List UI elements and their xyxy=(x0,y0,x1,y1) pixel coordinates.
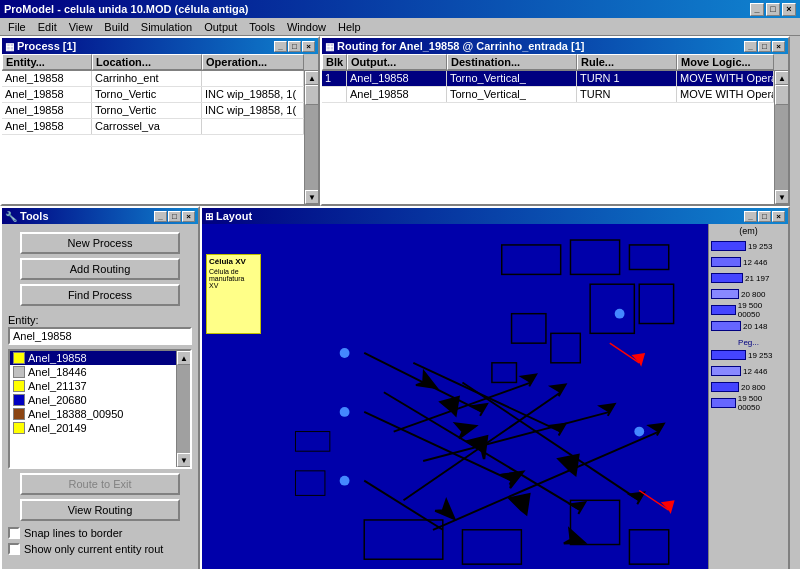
routing-col-output[interactable]: Output... xyxy=(347,54,447,70)
routing-row-1[interactable]: Anel_19858 Torno_Vertical_ TURN MOVE WIT… xyxy=(322,87,774,103)
process-row-1[interactable]: Anel_19858 Torno_Vertic INC wip_19858, 1… xyxy=(2,87,304,103)
entity-item-5[interactable]: Anel_20149 xyxy=(10,421,190,435)
entity-dot-3 xyxy=(340,476,350,486)
process-row-3[interactable]: Anel_19858 Carrossel_va xyxy=(2,119,304,135)
process-row-2-op: INC wip_19858, 1( xyxy=(202,103,304,118)
legend-val-1: 12 446 xyxy=(743,258,767,267)
new-process-button[interactable]: New Process xyxy=(20,232,180,254)
routing-col-move[interactable]: Move Logic... xyxy=(677,54,774,70)
entity-name-2: Anel_21137 xyxy=(28,380,87,392)
app-maximize-button[interactable]: □ xyxy=(766,3,780,16)
view-routing-button[interactable]: View Routing xyxy=(20,499,180,521)
entity-name-1: Anel_18446 xyxy=(28,366,87,378)
svg-marker-2 xyxy=(435,500,460,525)
process-col-entity[interactable]: Entity... xyxy=(2,54,92,70)
entity-dot-1 xyxy=(340,348,350,358)
entity-item-3[interactable]: Anel_20680 xyxy=(10,393,190,407)
routing-row-0[interactable]: 1 Anel_19858 Torno_Vertical_ TURN 1 MOVE… xyxy=(322,71,774,87)
routing-col-rule[interactable]: Rule... xyxy=(577,54,677,70)
menu-simulation[interactable]: Simulation xyxy=(135,20,198,34)
process-row-0[interactable]: Anel_19858 Carrinho_ent xyxy=(2,71,304,87)
process-close[interactable]: × xyxy=(302,41,315,52)
route-to-exit-button[interactable]: Route to Exit xyxy=(20,473,180,495)
entity-icon-4 xyxy=(13,408,25,420)
entity-list[interactable]: Anel_19858 Anel_18446 Anel_21137 Anel_20… xyxy=(8,349,192,469)
process-table-header: Entity... Location... Operation... xyxy=(2,54,318,71)
entity-item-2[interactable]: Anel_21137 xyxy=(10,379,190,393)
legend-bar-7 xyxy=(711,366,741,376)
find-process-button[interactable]: Find Process xyxy=(20,284,180,306)
process-col-location[interactable]: Location... xyxy=(92,54,202,70)
routing-row-1-rule: TURN xyxy=(577,87,677,102)
process-col-operation[interactable]: Operation... xyxy=(202,54,304,70)
tools-close[interactable]: × xyxy=(182,211,195,222)
menu-tools[interactable]: Tools xyxy=(243,20,281,34)
machine-6 xyxy=(512,314,546,343)
menu-output[interactable]: Output xyxy=(198,20,243,34)
entity-item-4[interactable]: Anel_18388_00950 xyxy=(10,407,190,421)
legend-val-7: 12 446 xyxy=(743,367,767,376)
legend-bar-8 xyxy=(711,382,739,392)
add-routing-button[interactable]: Add Routing xyxy=(20,258,180,280)
layout-close[interactable]: × xyxy=(772,211,785,222)
layout-maximize[interactable]: □ xyxy=(758,211,771,222)
machine-bottom-1 xyxy=(364,520,443,559)
menu-build[interactable]: Build xyxy=(98,20,134,34)
postit-note: Célula XV Célula demanufaturaXV xyxy=(206,254,261,334)
entity-list-scrollbar[interactable]: ▲ ▼ xyxy=(176,351,190,467)
entity-item-1[interactable]: Anel_18446 xyxy=(10,365,190,379)
process-scroll-down[interactable]: ▼ xyxy=(305,190,318,204)
process-maximize[interactable]: □ xyxy=(288,41,301,52)
process-row-3-op xyxy=(202,119,304,134)
show-entity-checkbox[interactable] xyxy=(8,543,20,555)
legend-item-7: 12 446 xyxy=(711,363,786,379)
legend-val-3: 20 800 xyxy=(741,290,765,299)
menu-file[interactable]: File xyxy=(2,20,32,34)
routing-col-blk[interactable]: Blk xyxy=(322,54,347,70)
menu-help[interactable]: Help xyxy=(332,20,367,34)
routing-close[interactable]: × xyxy=(772,41,785,52)
legend-val-4: 19 500 00050 xyxy=(738,301,786,319)
routing-scrollbar[interactable]: ▲ ▼ xyxy=(774,71,788,204)
process-scroll-up[interactable]: ▲ xyxy=(305,71,318,85)
tools-window: 🔧 Tools _ □ × New Process Add Routing Fi… xyxy=(0,206,200,569)
app-minimize-button[interactable]: _ xyxy=(750,3,764,16)
tools-maximize[interactable]: □ xyxy=(168,211,181,222)
menu-bar: File Edit View Build Simulation Output T… xyxy=(0,18,800,36)
svg-line-26 xyxy=(639,490,668,510)
layout-window: ⊞ Layout _ □ × Célula XV Célula demanufa… xyxy=(200,206,790,569)
routing-scroll-up[interactable]: ▲ xyxy=(775,71,788,85)
process-row-2[interactable]: Anel_19858 Torno_Vertic INC wip_19858, 1… xyxy=(2,103,304,119)
svg-marker-29 xyxy=(510,494,530,514)
routing-scroll-down[interactable]: ▼ xyxy=(775,190,788,204)
layout-canvas[interactable]: Célula XV Célula demanufaturaXV (em) 19 … xyxy=(202,224,788,569)
menu-edit[interactable]: Edit xyxy=(32,20,63,34)
right-legend-panel: (em) 19 253 12 446 21 197 xyxy=(708,224,788,569)
app-title-buttons: _ □ × xyxy=(750,3,796,16)
process-minimize[interactable]: _ xyxy=(274,41,287,52)
app-close-button[interactable]: × xyxy=(782,3,796,16)
entity-scroll-down[interactable]: ▼ xyxy=(177,453,191,467)
routing-minimize[interactable]: _ xyxy=(744,41,757,52)
routing-col-dest[interactable]: Destination... xyxy=(447,54,577,70)
entity-item-0[interactable]: Anel_19858 xyxy=(10,351,190,365)
process-scrollbar[interactable]: ▲ ▼ xyxy=(304,71,318,204)
menu-window[interactable]: Window xyxy=(281,20,332,34)
routing-row-0-output: Anel_19858 xyxy=(347,71,447,86)
snap-checkbox[interactable] xyxy=(8,527,20,539)
small-machine-1 xyxy=(295,432,329,452)
entity-dot-5 xyxy=(634,427,644,437)
routing-row-1-dest: Torno_Vertical_ xyxy=(447,87,577,102)
menu-view[interactable]: View xyxy=(63,20,99,34)
tools-minimize[interactable]: _ xyxy=(154,211,167,222)
layout-minimize[interactable]: _ xyxy=(744,211,757,222)
entity-input[interactable] xyxy=(8,327,192,345)
machine-5 xyxy=(639,284,673,323)
routing-maximize[interactable]: □ xyxy=(758,41,771,52)
svg-line-5 xyxy=(364,353,482,412)
entity-scroll-up[interactable]: ▲ xyxy=(177,351,191,365)
tools-titlebar: 🔧 Tools _ □ × xyxy=(2,208,198,224)
entity-icon-3 xyxy=(13,394,25,406)
snap-label: Snap lines to border xyxy=(24,527,122,539)
routing-table-header: Blk Output... Destination... Rule... Mov… xyxy=(322,54,788,71)
